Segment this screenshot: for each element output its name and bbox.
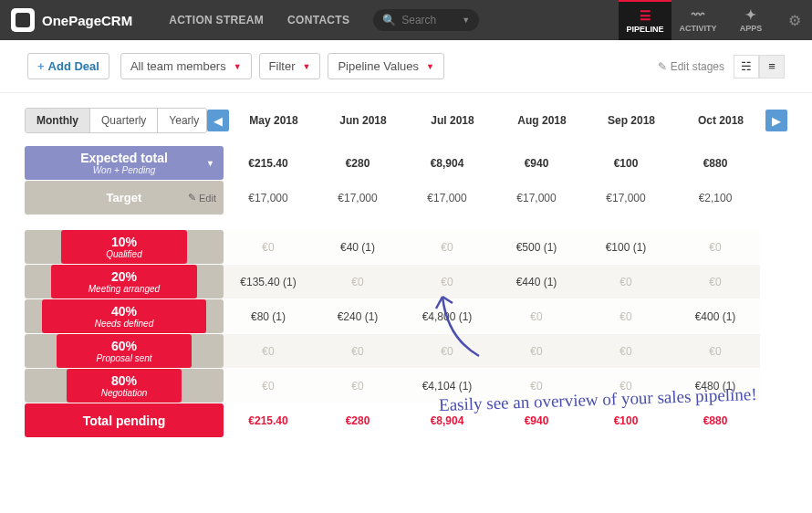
value-cell[interactable]: €880 (671, 403, 760, 437)
target-label: Target ✎ Edit (25, 181, 224, 215)
value-cell[interactable]: €0 (492, 369, 581, 403)
value-cell[interactable]: €0 (313, 334, 402, 368)
value-cell[interactable]: €17,000 (581, 181, 671, 215)
value-cell[interactable]: €940 (492, 403, 581, 437)
value-cell[interactable]: €17,000 (313, 181, 402, 215)
value-cell[interactable]: €880 (671, 146, 760, 180)
target-row: Target ✎ Edit €17,000€17,000€17,000€17,0… (25, 181, 787, 215)
value-cell[interactable]: €0 (492, 299, 581, 333)
edit-stages-label: Edit stages (671, 60, 724, 73)
value-cell[interactable]: €4,800 (1) (402, 299, 492, 333)
search-input[interactable] (401, 14, 456, 26)
value-cell[interactable]: €0 (581, 369, 671, 403)
value-cell[interactable]: €0 (402, 334, 492, 368)
period-tab-monthly[interactable]: Monthly (26, 109, 90, 132)
value-cell[interactable]: €215.40 (224, 146, 313, 180)
total-pending-label: Total pending (25, 403, 224, 437)
pencil-icon: ✎ (188, 192, 196, 204)
value-cell[interactable]: €215.40 (224, 403, 313, 437)
nav-tab-apps[interactable]: ✦ APPS (724, 0, 777, 40)
add-deal-button[interactable]: + Add Deal (27, 53, 109, 79)
value-cell[interactable]: €0 (671, 230, 760, 264)
value-cell[interactable]: €480 (1) (671, 369, 760, 403)
value-cell[interactable]: €0 (402, 230, 492, 264)
stage-label[interactable]: 80%Negotiation (25, 369, 224, 403)
value-cell[interactable]: €0 (313, 265, 402, 298)
team-filter-dropdown[interactable]: All team members ▼ (120, 53, 252, 79)
month-header: Aug 2018 (497, 114, 587, 127)
stage-label[interactable]: 10%Qualified (25, 230, 224, 264)
chevron-down-icon: ▼ (426, 62, 434, 71)
stage-row: 40%Needs defined€80 (1)€240 (1)€4,800 (1… (25, 299, 787, 333)
month-navigation: ◀ May 2018Jun 2018Jul 2018Aug 2018Sep 20… (207, 110, 787, 131)
view-list-button[interactable]: ≡ (759, 55, 785, 79)
nav-action-stream[interactable]: ACTION STREAM (169, 14, 264, 26)
value-cell[interactable]: €0 (313, 369, 402, 403)
plus-icon: + (37, 59, 45, 73)
value-cell[interactable]: €100 (581, 403, 671, 437)
stage-name: Needs defined (95, 319, 154, 329)
toolbar: + Add Deal All team members ▼ Filter ▼ P… (0, 40, 812, 93)
nav-tab-activity[interactable]: 〰 ACTIVITY (671, 0, 724, 40)
stage-row: 10%Qualified€0€40 (1)€0€500 (1)€100 (1)€… (25, 230, 787, 264)
chevron-down-icon: ▼ (234, 62, 242, 71)
stage-label[interactable]: 60%Proposal sent (25, 334, 224, 368)
view-columns-button[interactable]: ☵ (734, 55, 759, 79)
value-cell[interactable]: €0 (224, 230, 313, 264)
period-tab-yearly[interactable]: Yearly (158, 109, 207, 132)
value-cell[interactable]: €0 (581, 299, 671, 333)
value-cell[interactable]: €4,104 (1) (402, 369, 492, 403)
value-cell[interactable]: €280 (313, 403, 402, 437)
activity-icon: 〰 (692, 7, 704, 22)
stage-name: Qualified (106, 249, 141, 259)
stage-row: 80%Negotiation€0€0€4,104 (1)€0€0€480 (1) (25, 369, 787, 403)
prev-month-button[interactable]: ◀ (207, 110, 229, 131)
nav-contacts[interactable]: CONTACTS (287, 14, 349, 26)
period-tab-quarterly[interactable]: Quarterly (90, 109, 158, 132)
value-cell[interactable]: €500 (1) (492, 230, 581, 264)
value-cell[interactable]: €100 (1) (581, 230, 671, 264)
stage-percent: 10% (111, 235, 137, 249)
stage-percent: 80% (111, 373, 137, 388)
gear-icon[interactable]: ⚙ (788, 12, 801, 29)
stage-percent: 60% (111, 339, 137, 353)
value-cell[interactable]: €0 (492, 334, 581, 368)
brand-name: OnePageCRM (42, 13, 132, 28)
stage-name: Proposal sent (96, 353, 151, 363)
value-cell[interactable]: €940 (492, 146, 581, 180)
value-cell[interactable]: €0 (671, 265, 760, 298)
value-cell[interactable]: €40 (1) (313, 230, 402, 264)
edit-stages-link[interactable]: ✎ Edit stages (658, 60, 724, 73)
value-cell[interactable]: €240 (1) (313, 299, 402, 333)
value-cell[interactable]: €0 (224, 334, 313, 368)
value-cell[interactable]: €80 (1) (224, 299, 313, 333)
value-cell[interactable]: €0 (402, 265, 492, 298)
value-cell[interactable]: €280 (313, 146, 402, 180)
value-cell[interactable]: €17,000 (402, 181, 492, 215)
value-cell[interactable]: €17,000 (492, 181, 581, 215)
pipeline-values-dropdown[interactable]: Pipeline Values ▼ (328, 53, 444, 79)
target-title: Target (107, 191, 142, 204)
expected-total-label[interactable]: Expected total Won + Pending ▼ (25, 146, 224, 180)
target-edit-link[interactable]: ✎ Edit (188, 192, 216, 204)
value-cell[interactable]: €135.40 (1) (224, 265, 313, 298)
month-header: Jul 2018 (408, 114, 497, 127)
value-cell[interactable]: €2,100 (671, 181, 760, 215)
stage-label[interactable]: 20%Meeting arranged (25, 265, 224, 298)
value-cell[interactable]: €0 (671, 334, 760, 368)
value-cell[interactable]: €100 (581, 146, 671, 180)
nav-tab-pipeline[interactable]: ☰ PIPELINE (619, 0, 671, 40)
value-cell[interactable]: €0 (581, 265, 671, 298)
stage-label[interactable]: 40%Needs defined (25, 299, 224, 333)
value-cell[interactable]: €440 (1) (492, 265, 581, 298)
value-cell[interactable]: €17,000 (224, 181, 313, 215)
value-cell[interactable]: €0 (581, 334, 671, 368)
search-box[interactable]: 🔍 ▼ (373, 9, 479, 31)
next-month-button[interactable]: ▶ (765, 110, 787, 131)
value-cell[interactable]: €8,904 (402, 403, 492, 437)
value-cell[interactable]: €400 (1) (671, 299, 760, 333)
expected-total-title: Expected total (80, 151, 168, 165)
value-cell[interactable]: €0 (224, 369, 313, 403)
value-cell[interactable]: €8,904 (402, 146, 492, 180)
filter-dropdown[interactable]: Filter ▼ (259, 53, 321, 79)
